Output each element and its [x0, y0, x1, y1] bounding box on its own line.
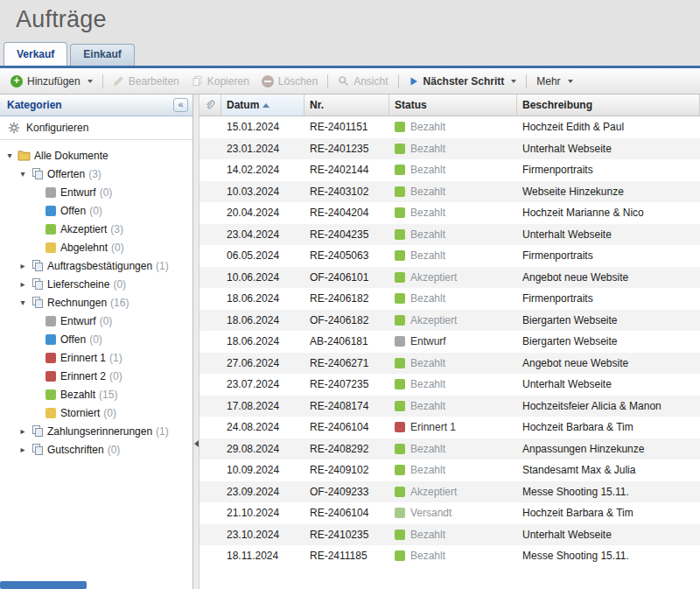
table-row[interactable]: 27.06.2024 RE-2406271 Bezahlt Angebot ne…	[200, 353, 700, 375]
cell-date: 23.07.2024	[221, 378, 304, 390]
tree-item[interactable]: ▾ Alle Dokumente	[0, 146, 192, 165]
tree-item-count: (16)	[110, 297, 129, 309]
collapse-panel-button[interactable]: «	[173, 98, 188, 112]
tree-item[interactable]: Bezahlt (15)	[0, 385, 192, 403]
column-header-attachment[interactable]	[200, 95, 221, 116]
toolbar-separator	[327, 74, 328, 88]
add-button[interactable]: + Hinzufügen	[4, 73, 99, 90]
tree-item-label: Entwurf	[60, 315, 96, 327]
cell-status: Bezahlt	[389, 357, 517, 369]
next-step-button[interactable]: Nächster Schritt	[402, 73, 523, 90]
table-row[interactable]: 06.05.2024 RE-2405063 Bezahlt Firmenport…	[200, 245, 700, 267]
tree-expander-icon[interactable]: ▸	[17, 279, 29, 289]
cell-description: Hochzeit Edith & Paul	[517, 121, 700, 133]
categories-panel: Kategorien « Konfigurieren ▾ Alle Dokume…	[0, 95, 193, 589]
cell-number: OF-2409233	[304, 486, 389, 498]
documents-icon	[29, 444, 46, 455]
table-row[interactable]: 18.06.2024 OF-2406182 Akzeptiert Biergar…	[200, 310, 700, 332]
cell-date: 23.01.2024	[221, 143, 304, 155]
table-row[interactable]: 23.04.2024 RE-2404235 Bezahlt Unterhalt …	[200, 224, 700, 246]
table-row[interactable]: 21.10.2024 RE-2406104 Versandt Hochzeit …	[200, 502, 700, 524]
tree-expander-icon[interactable]: ▾	[4, 151, 16, 160]
tree-item[interactable]: ▸ Gutschriften (0)	[0, 440, 192, 459]
table-row[interactable]: 18.06.2024 RE-2406182 Bezahlt Firmenport…	[200, 288, 700, 310]
table-row[interactable]: 15.01.2024 RE-2401151 Bezahlt Hochzeit E…	[200, 116, 700, 138]
cell-number: RE-2402144	[304, 164, 389, 176]
tree-item[interactable]: Erinnert 2 (0)	[0, 367, 192, 385]
status-label: Bezahlt	[410, 164, 445, 176]
tree-item-count: (0)	[108, 444, 121, 456]
status-label: Bezahlt	[410, 121, 445, 133]
table-row[interactable]: 23.10.2024 RE-2410235 Bezahlt Unterhalt …	[200, 524, 700, 546]
tree-item[interactable]: ▾ Offerten (3)	[0, 165, 192, 183]
panel-splitter[interactable]	[193, 95, 200, 589]
column-header-status[interactable]: Status	[389, 95, 517, 116]
tree-item[interactable]: Storniert (0)	[0, 403, 192, 422]
cell-description: Angebot neue Website	[517, 357, 700, 369]
table-row[interactable]: 24.08.2024 RE-2406104 Erinnert 1 Hochzei…	[200, 417, 700, 438]
table-row[interactable]: 23.01.2024 RE-2401235 Bezahlt Unterhalt …	[200, 138, 700, 160]
tree-item[interactable]: ▸ Auftragsbestätigungen (1)	[0, 256, 192, 275]
tree-expander-icon[interactable]: ▾	[17, 169, 29, 179]
tree-item[interactable]: Offen (0)	[0, 201, 192, 220]
tree-item[interactable]: ▾ Rechnungen (16)	[0, 293, 192, 312]
cell-date: 29.08.2024	[221, 443, 304, 455]
table-row[interactable]: 23.09.2024 OF-2409233 Akzeptiert Messe S…	[200, 481, 700, 503]
column-header-nr[interactable]: Nr.	[304, 95, 389, 116]
tree-item[interactable]: Entwurf (0)	[0, 312, 192, 330]
edit-button[interactable]: Bearbeiten	[107, 73, 186, 90]
tree-item-label: Bezahlt	[60, 389, 95, 401]
status-label: Bezahlt	[410, 228, 445, 241]
status-color-icon	[42, 334, 59, 345]
tree-item[interactable]: Offen (0)	[0, 330, 192, 348]
status-color-icon	[395, 401, 405, 411]
column-header-beschreibung[interactable]: Beschreibung	[517, 95, 700, 116]
cell-date: 21.10.2024	[221, 507, 304, 519]
tree-expander-icon[interactable]: ▾	[17, 298, 29, 307]
status-label: Bezahlt	[410, 186, 445, 198]
more-button[interactable]: Mehr	[530, 73, 578, 90]
toolbar-separator	[526, 74, 527, 88]
tab-einkauf[interactable]: Einkauf	[70, 44, 134, 66]
table-row[interactable]: 10.06.2024 OF-2406101 Akzeptiert Angebot…	[200, 267, 700, 289]
cell-status: Akzeptiert	[389, 271, 517, 284]
view-button[interactable]: Ansicht	[332, 73, 394, 90]
table-row[interactable]: 18.06.2024 AB-2406181 Entwurf Biergarten…	[200, 331, 700, 353]
tree-item[interactable]: Abgelehnt (0)	[0, 238, 192, 256]
status-color-icon	[42, 242, 59, 253]
status-label: Bezahlt	[410, 529, 445, 541]
table-row[interactable]: 29.08.2024 RE-2408292 Bezahlt Anpassunge…	[200, 438, 700, 460]
table-row[interactable]: 10.09.2024 RE-2409102 Bezahlt Standesamt…	[200, 459, 700, 481]
tree-item[interactable]: Akzeptiert (3)	[0, 220, 192, 238]
delete-button-label: Löschen	[278, 75, 318, 88]
delete-button[interactable]: Löschen	[256, 73, 324, 90]
cell-date: 23.09.2024	[221, 486, 304, 498]
cell-status: Entwurf	[389, 335, 517, 347]
tree-expander-icon[interactable]: ▸	[17, 426, 29, 436]
tree-expander-icon[interactable]: ▸	[17, 445, 29, 454]
collapse-left-icon[interactable]	[194, 440, 199, 447]
horizontal-scrollbar-thumb[interactable]	[0, 581, 87, 589]
tree-item[interactable]: Entwurf (0)	[0, 183, 192, 201]
table-row[interactable]: 18.11.2024 RE-2411185 Bezahlt Messe Shoo…	[200, 545, 700, 567]
sort-asc-icon	[262, 103, 270, 108]
copy-button[interactable]: Kopieren	[186, 73, 256, 90]
tree-item-count: (1)	[109, 352, 122, 364]
tree-item[interactable]: Erinnert 1 (1)	[0, 348, 192, 367]
table-row[interactable]: 20.04.2024 RE-2404204 Bezahlt Hochzeit M…	[200, 202, 700, 224]
content-area: Kategorien « Konfigurieren ▾ Alle Dokume…	[0, 95, 700, 589]
status-label: Bezahlt	[410, 143, 445, 155]
cell-description: Messe Shooting 15.11.	[517, 486, 700, 498]
tree-item-count: (1)	[156, 260, 169, 272]
table-row[interactable]: 17.08.2024 RE-2408174 Bezahlt Hochzeitsf…	[200, 396, 700, 417]
tab-verkauf[interactable]: Verkauf	[4, 42, 67, 66]
tree-item[interactable]: ▸ Zahlungserinnerungen (1)	[0, 422, 192, 440]
configure-button[interactable]: Konfigurieren	[0, 116, 192, 140]
tree-item[interactable]: ▸ Lieferscheine (0)	[0, 275, 192, 293]
table-row[interactable]: 14.02.2024 RE-2402144 Bezahlt Firmenport…	[200, 159, 700, 181]
status-label: Akzeptiert	[410, 271, 457, 284]
column-header-datum[interactable]: Datum	[221, 95, 304, 116]
tree-expander-icon[interactable]: ▸	[17, 261, 29, 270]
table-row[interactable]: 23.07.2024 RE-2407235 Bezahlt Unterhalt …	[200, 374, 700, 396]
table-row[interactable]: 10.03.2024 RE-2403102 Bezahlt Webseite H…	[200, 181, 700, 203]
